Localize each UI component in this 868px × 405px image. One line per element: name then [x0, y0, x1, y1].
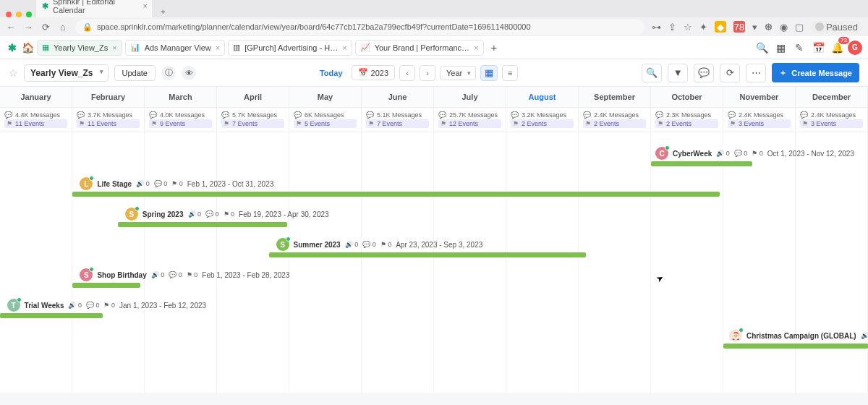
month-stat-cell: 💬4.4K Messages⚑11 Events: [0, 108, 72, 132]
campaign-row-trial[interactable]: TTrial Weeks🔊 0💬 0⚑ 0Jan 1, 2023 - Feb 1…: [7, 299, 207, 312]
calendar-mode-icon[interactable]: ▦: [480, 65, 498, 81]
view-selector[interactable]: Yearly View_Zs: [24, 64, 109, 82]
calendar-icon[interactable]: 📅: [810, 40, 826, 56]
settings-toggle-icon[interactable]: ≡: [502, 65, 518, 81]
profile-chip[interactable]: Paused: [811, 21, 862, 33]
campaign-row-summer[interactable]: SSummer 2023🔊 0💬 0⚑ 0Apr 23, 2023 - Sep …: [276, 238, 483, 251]
month-header[interactable]: July: [434, 87, 506, 108]
month-header[interactable]: June: [362, 87, 434, 108]
notifications-icon[interactable]: 🔔73: [829, 40, 845, 56]
app-tab-label: Your Brand | Performanc…: [375, 43, 469, 52]
campaign-row-cyberweek[interactable]: CCyberWeek🔊 0💬 0⚑ 0Oct 1, 2023 - Nov 12,…: [655, 147, 854, 160]
ext-icon[interactable]: ▾: [752, 22, 757, 33]
grid-icon[interactable]: ▦: [773, 40, 788, 56]
timeline-area[interactable]: ➤ CCyberWeek🔊 0💬 0⚑ 0Oct 1, 2023 - Nov 1…: [0, 132, 868, 393]
favorite-icon[interactable]: ☆: [9, 67, 18, 79]
comment-icon[interactable]: 💬: [694, 64, 714, 82]
reload-icon[interactable]: ⟳: [41, 22, 51, 33]
home-icon[interactable]: 🏠: [22, 42, 34, 54]
ext-icon[interactable]: ◆: [715, 21, 726, 33]
month-header[interactable]: March: [145, 87, 217, 108]
month-header[interactable]: January: [0, 87, 72, 108]
close-icon[interactable]: ×: [143, 1, 148, 10]
ext-icon[interactable]: ◉: [780, 22, 788, 33]
more-icon[interactable]: ⋯: [746, 64, 766, 82]
campaign-meta: 🔊 0💬 0⚑ 0: [188, 210, 235, 218]
search-icon[interactable]: 🔍: [642, 64, 662, 82]
prev-button[interactable]: ‹: [399, 65, 415, 81]
campaign-bar-trial[interactable]: [0, 313, 103, 318]
compose-icon[interactable]: ✎: [791, 40, 807, 56]
app-tab-performance[interactable]: 📈 Your Brand | Performanc… ×: [355, 40, 484, 56]
create-message-button[interactable]: ＋Create Message: [772, 63, 859, 82]
ext-icon[interactable]: ✦: [699, 22, 707, 33]
avatar[interactable]: G: [848, 40, 862, 55]
window-close-dot[interactable]: [6, 12, 12, 17]
new-tab-button[interactable]: +: [156, 6, 169, 17]
campaign-row-spring[interactable]: SSpring 2023🔊 0💬 0⚑ 0Feb 19, 2023 - Apr …: [125, 208, 329, 221]
month-header[interactable]: February: [72, 87, 145, 108]
app-tab-gpurch[interactable]: ▥ [GPurch] Advertising - H… ×: [228, 40, 352, 56]
campaign-dates: Jan 1, 2023 - Feb 12, 2023: [119, 302, 206, 310]
update-button[interactable]: Update: [114, 65, 156, 81]
chart-icon: 📊: [130, 43, 140, 52]
campaign-bar-spring[interactable]: [118, 222, 287, 227]
year-picker[interactable]: 📅2023: [352, 65, 395, 80]
forward-icon[interactable]: →: [23, 22, 33, 33]
update-label: Update: [122, 69, 148, 77]
campaign-row-lifestage[interactable]: LLife Stage🔊 0💬 0⚑ 0Feb 1, 2023 - Oct 31…: [80, 177, 273, 190]
sprinklr-logo[interactable]: ✱: [6, 41, 19, 54]
close-icon[interactable]: ×: [474, 43, 478, 52]
campaign-bar-birthday[interactable]: [72, 283, 140, 288]
ext-icon[interactable]: 78: [733, 21, 745, 33]
close-icon[interactable]: ×: [112, 43, 116, 52]
month-header[interactable]: April: [217, 87, 289, 108]
search-icon[interactable]: 🔍: [754, 40, 770, 56]
campaign-row-birthday[interactable]: SShop Birthday🔊 0💬 0⚑ 0Feb 1, 2023 - Feb…: [80, 268, 289, 281]
month-header[interactable]: May: [289, 87, 362, 108]
app-tab-label: [GPurch] Advertising - H…: [244, 43, 338, 52]
calendar-icon: 📅: [358, 68, 368, 77]
ext-icon[interactable]: ❆: [765, 22, 773, 33]
today-button[interactable]: Today: [320, 69, 343, 77]
campaign-bar-summer[interactable]: [269, 252, 586, 257]
campaign-bar-christmas[interactable]: [723, 344, 868, 349]
month-header[interactable]: October: [651, 87, 723, 108]
close-icon[interactable]: ×: [342, 43, 346, 52]
refresh-icon[interactable]: ⟳: [720, 64, 740, 82]
app-tab-yearly-view[interactable]: ▦ Yearly View_Zs ×: [37, 40, 122, 56]
info-icon[interactable]: ⓘ: [161, 66, 176, 80]
month-header[interactable]: November: [723, 87, 796, 108]
campaign-bar-lifestage[interactable]: [72, 192, 720, 197]
filter-icon[interactable]: ▼: [668, 64, 688, 82]
window-min-dot[interactable]: [16, 12, 22, 17]
campaign-chip: T: [7, 299, 20, 312]
campaign-bar-cyberweek[interactable]: [651, 161, 752, 166]
scope-value: Year: [446, 69, 462, 77]
home-icon[interactable]: ⌂: [58, 22, 68, 33]
ext-icon[interactable]: ▢: [795, 22, 804, 33]
month-header[interactable]: December: [796, 87, 868, 108]
month-header[interactable]: August: [506, 87, 579, 108]
campaign-row-christmas[interactable]: 🎅Christmas Campaign (GLOBAL)🔊 5: [729, 329, 868, 342]
view-toolbar: ☆ Yearly View_Zs Update ⓘ 👁 Today 📅2023 …: [0, 59, 868, 87]
campaign-dates: Feb 1, 2023 - Feb 28, 2023: [202, 271, 289, 279]
add-tab-button[interactable]: +: [487, 41, 502, 54]
month-header[interactable]: September: [579, 87, 651, 108]
next-button[interactable]: ›: [420, 65, 435, 81]
browser-chrome: ✱ Sprinklr | Editorial Calendar × + ← → …: [0, 0, 868, 36]
key-icon[interactable]: ⊶: [652, 22, 661, 33]
back-icon[interactable]: ←: [6, 22, 16, 33]
campaign-chip: S: [276, 238, 289, 251]
browser-tab[interactable]: ✱ Sprinklr | Editorial Calendar ×: [36, 0, 152, 17]
stats-icon: 📈: [360, 43, 370, 52]
year-value: 2023: [371, 69, 388, 77]
close-icon[interactable]: ×: [216, 43, 220, 52]
scope-selector[interactable]: Year▾: [440, 66, 476, 80]
visibility-icon[interactable]: 👁: [182, 66, 196, 80]
share-icon[interactable]: ⇪: [668, 22, 676, 33]
window-max-dot[interactable]: [26, 12, 32, 17]
app-tab-ads-manager[interactable]: 📊 Ads Manager View ×: [125, 40, 226, 56]
star-icon[interactable]: ☆: [684, 22, 692, 33]
address-bar[interactable]: 🔒 space.sprinklr.com/marketing/planner/c…: [75, 20, 644, 35]
